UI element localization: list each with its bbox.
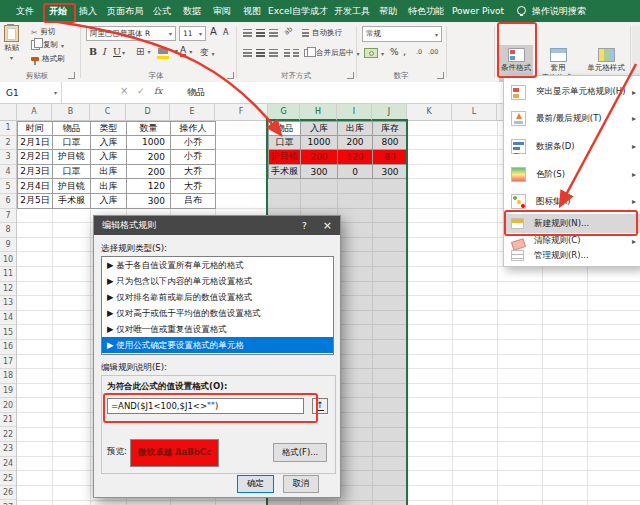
insert-function-button[interactable]: fx — [154, 86, 162, 96]
table-cell[interactable]: 出库 — [338, 122, 373, 136]
row-header[interactable]: 19 — [0, 384, 16, 399]
row-header[interactable]: 16 — [0, 340, 16, 355]
orientation-button[interactable]: ab — [282, 25, 294, 37]
increase-decimal-button[interactable]: .0 — [416, 48, 422, 56]
copy-button[interactable]: 复制 ▾ — [31, 40, 64, 50]
table-cell[interactable]: 类型 — [91, 122, 127, 136]
bold-button[interactable]: B — [89, 46, 97, 57]
cut-button[interactable]: ✂ 剪切 — [31, 27, 55, 37]
number-format-select[interactable]: 常规 ▾ — [362, 26, 442, 42]
row-header[interactable]: 3 — [0, 150, 16, 165]
table-cell[interactable]: 口罩 — [53, 136, 91, 151]
table-cell[interactable]: 入库 — [91, 150, 127, 165]
col-header-b[interactable]: B — [52, 103, 90, 121]
col-header-d[interactable]: D — [126, 103, 170, 121]
formula-input[interactable]: =AND($J1<100,$J1<>"") — [107, 398, 304, 414]
table-cell[interactable]: 2月4日 — [18, 179, 53, 194]
tab-formulas[interactable]: 公式 — [148, 0, 176, 22]
row-header[interactable]: 7 — [0, 209, 16, 224]
row-header[interactable]: 23 — [0, 442, 16, 457]
font-dialog-launcher-icon[interactable] — [227, 72, 234, 79]
active-cell-g1[interactable]: 物品 — [269, 122, 301, 136]
row-header[interactable]: 24 — [0, 457, 16, 472]
rule-type-option[interactable]: ▶ 仅对唯一值或重复值设置格式 — [102, 321, 333, 337]
col-header-c[interactable]: C — [90, 103, 126, 121]
comma-style-button[interactable]: , — [403, 46, 406, 57]
row-header[interactable]: 1 — [0, 121, 16, 136]
row-header[interactable]: 12 — [0, 282, 16, 297]
row-header[interactable]: 8 — [0, 223, 16, 238]
underline-dropdown-icon[interactable]: ▾ — [122, 49, 125, 56]
font-size-select[interactable]: 11 ▾ — [179, 26, 206, 41]
table-cell[interactable]: 手术服 — [53, 194, 91, 209]
table-cell[interactable]: 300 — [127, 194, 171, 209]
decrease-decimal-button[interactable]: .00 — [428, 48, 438, 56]
enter-entry-button[interactable]: ✓ — [137, 86, 145, 96]
row-header[interactable]: 22 — [0, 427, 16, 442]
font-name-select[interactable]: 阿里巴巴普惠体 R ▾ — [86, 26, 176, 41]
cancel-button[interactable]: 取消 — [283, 475, 319, 493]
row-header[interactable]: 4 — [0, 165, 16, 180]
table-cell[interactable]: 吕布 — [171, 194, 216, 209]
merge-center-button[interactable]: 合并后居中 ▾ — [304, 48, 360, 58]
table-cell[interactable]: 2月5日 — [18, 194, 53, 209]
cancel-entry-button[interactable]: × — [120, 85, 128, 96]
table-cell[interactable]: 200 — [127, 150, 171, 165]
table-cell[interactable]: 300 — [373, 165, 408, 180]
tab-page-layout[interactable]: 页面布局 — [102, 0, 148, 22]
help-icon[interactable]: ? — [302, 221, 307, 231]
accounting-format-button[interactable]: ▾ — [364, 48, 384, 58]
table-cell[interactable]: 120 — [127, 179, 171, 194]
table-cell[interactable]: 时间 — [18, 122, 53, 136]
col-header-j[interactable]: J — [372, 103, 407, 121]
clipboard-dialog-launcher-icon[interactable] — [68, 72, 75, 79]
tab-insert[interactable]: 插入 — [74, 0, 102, 22]
grow-font-button[interactable]: A — [210, 26, 217, 37]
table-cell[interactable]: 出库 — [91, 179, 127, 194]
name-box[interactable]: G1 ▾ — [0, 82, 62, 103]
decrease-indent-icon[interactable] — [284, 49, 290, 57]
menu-item-highlight-cells-rules[interactable]: 突出显示单元格规则(H) ▸ — [505, 79, 640, 105]
number-dialog-launcher-icon[interactable] — [437, 72, 444, 79]
rule-type-option-selected[interactable]: ▶ 使用公式确定要设置格式的单元格 — [102, 337, 333, 353]
menu-item-manage-rules[interactable]: 管理规则(R)... — [505, 248, 640, 263]
row-header[interactable]: 11 — [0, 267, 16, 282]
collapse-dialog-button[interactable]: ↑ — [312, 398, 328, 414]
table-cell[interactable]: 护目镜 — [53, 179, 91, 194]
table-cell[interactable]: 0 — [338, 165, 373, 180]
increase-indent-icon[interactable] — [293, 49, 299, 57]
menu-item-top-bottom-rules[interactable]: 最前/最后规则(T) ▸ — [505, 105, 640, 132]
select-all-corner[interactable] — [0, 103, 17, 121]
tab-file[interactable]: 文件 — [10, 0, 40, 22]
table-cell[interactable]: 护目镜 — [269, 150, 301, 165]
row-header[interactable]: 10 — [0, 252, 16, 267]
tab-power-pivot[interactable]: Power Pivot — [450, 0, 506, 22]
row-header[interactable]: 5 — [0, 179, 16, 194]
table-cell[interactable]: 库存 — [373, 122, 408, 136]
table-cell[interactable]: 入库 — [301, 122, 338, 136]
tab-help[interactable]: 帮助 — [374, 0, 402, 22]
font-color-button[interactable]: A▾ — [180, 46, 192, 57]
table-cell[interactable]: 200 — [338, 136, 373, 151]
rule-type-option[interactable]: ▶ 仅对排名靠前或靠后的数值设置格式 — [102, 289, 333, 305]
table-cell[interactable]: 大乔 — [171, 165, 216, 180]
tell-me-search[interactable]: 操作说明搜索 — [528, 0, 590, 22]
table-cell[interactable]: 1000 — [127, 136, 171, 151]
wrap-text-button[interactable]: 自动换行 — [302, 28, 342, 38]
col-header-k[interactable]: K — [407, 103, 452, 121]
align-center-icon[interactable] — [256, 49, 265, 57]
table-cell[interactable]: 2月3日 — [18, 165, 53, 180]
close-icon[interactable]: × — [323, 219, 332, 232]
rule-type-option[interactable]: ▶ 基于各自值设置所有单元格的格式 — [102, 257, 333, 273]
table-cell[interactable]: 数量 — [127, 122, 171, 136]
table-cell[interactable]: 200 — [301, 150, 338, 165]
table-cell[interactable]: 口罩 — [53, 165, 91, 180]
col-header-f[interactable]: F — [215, 103, 268, 121]
table-cell[interactable]: 大乔 — [171, 179, 216, 194]
menu-item-color-scales[interactable]: 色阶(S) ▸ — [505, 161, 640, 188]
tab-developer[interactable]: 开发工具 — [332, 0, 372, 22]
italic-button[interactable]: I — [102, 46, 106, 57]
fill-color-button[interactable]: ▾ — [158, 47, 178, 54]
table-cell[interactable]: 300 — [301, 165, 338, 180]
row-header[interactable]: 2 — [0, 136, 16, 151]
